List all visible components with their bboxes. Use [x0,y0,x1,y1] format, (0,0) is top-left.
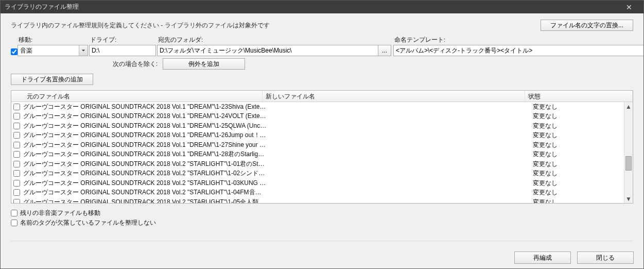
row-checkbox[interactable] [13,180,20,187]
row-checkbox[interactable] [13,123,20,129]
cell-status: 変更なし [533,169,633,178]
cell-status: 変更なし [533,112,633,121]
row-checkbox[interactable] [13,132,20,139]
filename-replace-button[interactable]: ファイル名の文字の置換... [541,20,633,31]
table-row[interactable]: グルーヴコースター ORIGINAL SOUNDTRACK 2018 Vol.1… [11,102,633,112]
move-nonmusic-checkbox[interactable] [11,210,18,216]
col-status[interactable]: 状態 [525,91,633,102]
cell-status: 変更なし [533,198,633,203]
scroll-thumb[interactable] [625,156,632,171]
move-nonmusic-row[interactable]: 残りの非音楽ファイルも移動 [11,209,633,217]
cell-status: 変更なし [533,150,633,159]
row-checkbox[interactable] [13,142,20,148]
drive-label: ドライブ: [89,36,156,44]
cell-status: 変更なし [533,141,633,149]
dest-browse-button[interactable]: ... [378,45,391,56]
add-exception-button[interactable]: 例外を追加 [163,58,245,70]
cell-original: グルーヴコースター ORIGINAL SOUNDTRACK 2018 Vol.2… [23,160,270,169]
dest-label: 宛先のフォルダ: [157,36,391,44]
except-label: 次の場合を除く: [11,60,163,69]
table-row[interactable]: グルーヴコースター ORIGINAL SOUNDTRACK 2018 Vol.2… [11,178,633,188]
drive-value: D:\ [90,47,155,54]
move-nonmusic-label: 残りの非音楽ファイルも移動 [20,209,100,217]
move-label: 移動: [18,36,88,44]
cell-status: 変更なし [533,179,633,188]
template-input[interactable]: <アルバム>\<ディスク-トラック番号><タイトル> [393,45,644,56]
move-combo[interactable]: 音楽 [18,45,88,56]
rule-enabled-checkbox[interactable] [11,48,18,55]
scroll-down-icon[interactable]: ▼ [624,194,633,203]
table-row[interactable]: グルーヴコースター ORIGINAL SOUNDTRACK 2018 Vol.1… [11,112,633,122]
drive-input[interactable]: D:\ [89,45,156,56]
row-checkbox[interactable] [13,170,20,177]
skip-missing-tags-label: 名前のタグが欠落しているファイルを整理しない [20,218,156,227]
cell-original: グルーヴコースター ORIGINAL SOUNDTRACK 2018 Vol.2… [23,169,270,178]
instruction-text: ライブラリ内のファイル整理規則を定義してください - ライブラリ外のファイルは対… [11,21,270,30]
skip-missing-tags-row[interactable]: 名前のタグが欠落しているファイルを整理しない [11,218,633,227]
reorganize-button[interactable]: 再編成 [514,251,571,264]
row-checkbox[interactable] [13,151,20,158]
table-row[interactable]: グルーヴコースター ORIGINAL SOUNDTRACK 2018 Vol.1… [11,131,633,141]
table-header: 元のファイル名 新しいファイル名 状態 [11,91,633,102]
cell-original: グルーヴコースター ORIGINAL SOUNDTRACK 2018 Vol.1… [23,122,270,130]
move-value: 音楽 [18,46,79,55]
cell-original: グルーヴコースター ORIGINAL SOUNDTRACK 2018 Vol.1… [23,131,270,140]
add-drive-replace-button[interactable]: ドライブ名置換の追加 [11,74,93,85]
cell-status: 変更なし [533,122,633,130]
col-original[interactable]: 元のファイル名 [24,91,263,102]
window-title: ライブラリのファイル整理 [5,3,79,11]
table-body: グルーヴコースター ORIGINAL SOUNDTRACK 2018 Vol.1… [11,102,633,203]
cell-original: グルーヴコースター ORIGINAL SOUNDTRACK 2018 Vol.2… [23,198,270,203]
row-checkbox[interactable] [13,113,20,120]
vertical-scrollbar[interactable]: ▲ ▼ [624,102,633,203]
cell-original: グルーヴコースター ORIGINAL SOUNDTRACK 2018 Vol.1… [23,112,270,121]
cell-original: グルーヴコースター ORIGINAL SOUNDTRACK 2018 Vol.2… [23,188,270,197]
skip-missing-tags-checkbox[interactable] [11,220,18,226]
preview-table: 元のファイル名 新しいファイル名 状態 グルーヴコースター ORIGINAL S… [11,90,633,204]
close-icon[interactable]: ✕ [619,3,639,11]
close-button[interactable]: 閉じる [577,251,634,264]
table-row[interactable]: グルーヴコースター ORIGINAL SOUNDTRACK 2018 Vol.2… [11,159,633,169]
cell-original: グルーヴコースター ORIGINAL SOUNDTRACK 2018 Vol.1… [23,103,270,111]
row-checkbox[interactable] [13,199,20,203]
template-value: <アルバム>\<ディスク-トラック番号><タイトル> [394,46,644,55]
scroll-up-icon[interactable]: ▲ [624,102,633,111]
col-new[interactable]: 新しいファイル名 [263,91,525,102]
cell-status: 変更なし [533,188,633,197]
row-checkbox[interactable] [13,104,20,110]
cell-status: 変更なし [533,160,633,169]
table-row[interactable]: グルーヴコースター ORIGINAL SOUNDTRACK 2018 Vol.2… [11,197,633,203]
cell-status: 変更なし [533,131,633,140]
table-row[interactable]: グルーヴコースター ORIGINAL SOUNDTRACK 2018 Vol.2… [11,188,633,198]
cell-original: グルーヴコースター ORIGINAL SOUNDTRACK 2018 Vol.2… [23,179,270,188]
dest-input[interactable]: D:\フォルダ\マイミュージック\MusicBee\Music\ [157,45,378,56]
table-row[interactable]: グルーヴコースター ORIGINAL SOUNDTRACK 2018 Vol.1… [11,121,633,131]
row-checkbox[interactable] [13,161,20,167]
template-label: 命名テンプレート: [393,36,644,44]
cell-original: グルーヴコースター ORIGINAL SOUNDTRACK 2018 Vol.1… [23,150,270,159]
titlebar: ライブラリのファイル整理 ✕ [1,1,643,13]
table-row[interactable]: グルーヴコースター ORIGINAL SOUNDTRACK 2018 Vol.1… [11,150,633,160]
dest-value: D:\フォルダ\マイミュージック\MusicBee\Music\ [158,46,378,55]
row-checkbox[interactable] [13,189,20,196]
cell-status: 変更なし [533,103,633,111]
table-row[interactable]: グルーヴコースター ORIGINAL SOUNDTRACK 2018 Vol.2… [11,169,633,179]
table-row[interactable]: グルーヴコースター ORIGINAL SOUNDTRACK 2018 Vol.1… [11,140,633,150]
chevron-down-icon[interactable] [79,45,88,56]
cell-original: グルーヴコースター ORIGINAL SOUNDTRACK 2018 Vol.1… [23,141,270,149]
